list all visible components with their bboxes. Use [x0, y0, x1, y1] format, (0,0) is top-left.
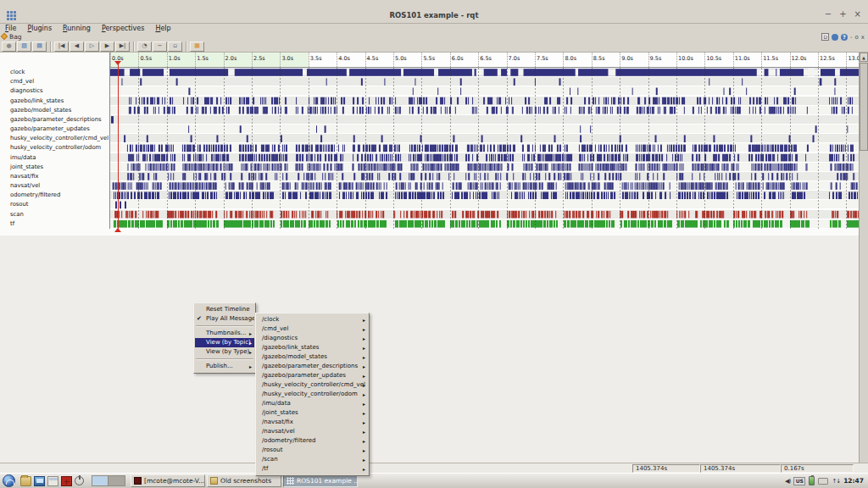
submenu-item-navsat-fix[interactable]: /navsat/fix▸ [257, 418, 368, 427]
zoom-in-button[interactable]: ◔ [137, 42, 152, 52]
dock-close-button[interactable]: x [861, 34, 865, 41]
settings-icon[interactable] [832, 34, 838, 41]
tick-mark [478, 53, 479, 67]
zoom-all-icon: ▫ [173, 43, 177, 49]
context-menu: Reset Timeline✔Play All MessagesThumbnai… [193, 302, 256, 374]
topic-label-cmd-vel: cmd_vel [0, 77, 109, 86]
context-menu-item-play-all-messages[interactable]: ✔Play All Messages [195, 314, 254, 324]
menu-item-label: Play All Messages [206, 315, 254, 322]
timeline-canvas[interactable] [110, 68, 859, 229]
save-bag-button[interactable]: ▤ [32, 42, 47, 52]
submenu-item-odometry-filtered[interactable]: /odometry/filtered▸ [257, 436, 368, 446]
show-desktop-icon[interactable] [47, 476, 58, 486]
save-bag-icon: ▤ [36, 43, 42, 49]
keyboard-layout-indicator[interactable]: US [793, 477, 805, 485]
screenshot-tool-icon[interactable] [61, 476, 72, 486]
tick-label: 11.0s [735, 55, 750, 62]
step-forward-button[interactable]: ▶ [100, 42, 114, 52]
tick-label: 10.5s [706, 55, 721, 62]
menu-item-label: /odometry/filtered [262, 437, 316, 444]
task-button-old-screenshots[interactable]: Old screenshots [207, 474, 281, 487]
menu-item-label: /navsat/vel [262, 428, 295, 435]
tick-label: 8.0s [565, 55, 576, 62]
submenu-arrow-icon: ▸ [363, 408, 365, 418]
tick-mark [309, 53, 309, 67]
play-icon: ▷ [90, 43, 94, 49]
menu-item-label: /gazebo/model_states [262, 353, 327, 360]
window-minimize-button[interactable]: − [825, 8, 832, 20]
topic-label-tf: tf [0, 219, 109, 229]
submenu-item-husky-velocity-controller-odom[interactable]: /husky_velocity_controller/odom▸ [257, 390, 368, 399]
desktop-pager[interactable] [92, 475, 125, 486]
open-bag-button[interactable]: ▨ [17, 42, 31, 52]
power-icon[interactable] [75, 476, 84, 485]
topic-label-gazebo-model-states: gazebo/model_states [0, 106, 109, 115]
context-menu-item-view-by-type[interactable]: View (by Type)▸ [195, 347, 254, 357]
submenu-arrow-icon: ▸ [363, 418, 365, 427]
menu-item-label: Publish... [206, 363, 233, 369]
submenu-item-gazebo-parameter-descriptions[interactable]: /gazebo/parameter_descriptions▸ [257, 362, 368, 371]
submenu-arrow-icon: ▸ [363, 352, 365, 362]
battery-icon[interactable] [809, 476, 815, 485]
skip-to-start-button[interactable]: |◀ [54, 42, 69, 52]
context-menu-item-publish[interactable]: Publish...▸ [195, 362, 254, 371]
step-back-button[interactable]: ◀ [70, 42, 84, 52]
skip-to-end-button[interactable]: ▶| [115, 42, 130, 52]
menu-item-file[interactable]: File [5, 24, 16, 33]
thumbnails-toggle-button[interactable]: ▦ [190, 42, 204, 52]
submenu-item-clock[interactable]: /clock▸ [257, 315, 368, 324]
vertical-scrollbar[interactable]: ▲ ▼ [859, 53, 868, 472]
pager-desktop-2[interactable] [108, 476, 125, 485]
play-button[interactable]: ▷ [85, 42, 99, 52]
file-manager-icon[interactable] [20, 476, 31, 486]
submenu-item-gazebo-link-states[interactable]: /gazebo/link_states▸ [257, 343, 368, 352]
menu-item-perspectives[interactable]: Perspectives [102, 24, 145, 33]
menu-item-label: View (by Topic) [206, 339, 251, 346]
tick-mark [167, 53, 168, 67]
scrollbar-thumb[interactable] [860, 63, 868, 151]
dock-float-button[interactable]: o [855, 34, 859, 41]
context-menu-item-thumbnails[interactable]: Thumbnails...▸ [195, 329, 254, 338]
submenu-item-joint-states[interactable]: /joint_states▸ [257, 408, 368, 418]
network-traffic-icon[interactable]: ↑↓ [832, 478, 840, 485]
context-menu-item-view-by-topic[interactable]: View (by Topic)▸ [195, 338, 254, 347]
volume-icon[interactable]: ◀) [785, 478, 790, 485]
task-button-ros101-example[interactable]: ROS101 example ... [283, 474, 358, 487]
submenu-item-imu-data[interactable]: /imu/data▸ [257, 399, 368, 408]
pager-desktop-1[interactable] [92, 476, 108, 485]
submenu-item-tf[interactable]: /tf▸ [257, 464, 368, 474]
submenu-item-cmd-vel[interactable]: /cmd_vel▸ [257, 324, 368, 334]
submenu-item-gazebo-model-states[interactable]: /gazebo/model_states▸ [257, 352, 368, 362]
tick-label: 3.5s [310, 55, 322, 62]
menu-item-help[interactable]: Help [155, 24, 170, 33]
submenu-item-navsat-vel[interactable]: /navsat/vel▸ [257, 427, 368, 436]
tick-mark [450, 53, 451, 67]
context-menu-item-reset-timeline[interactable]: Reset Timeline [195, 305, 254, 314]
submenu-item-diagnostics[interactable]: /diagnostics▸ [257, 334, 368, 343]
dock-minimize-button[interactable]: - [850, 34, 853, 41]
zoom-out-button[interactable]: − [153, 42, 167, 52]
window-maximize-button[interactable]: + [839, 8, 846, 20]
menu-item-plugins[interactable]: Plugins [27, 24, 52, 33]
tick-label: 9.0s [621, 55, 633, 62]
task-button-mcote-mcote-v[interactable]: [mcote@mcote-V... [131, 474, 205, 487]
tick-mark [138, 53, 139, 67]
window-close-button[interactable]: × [854, 8, 861, 20]
playhead-marker[interactable] [118, 63, 119, 230]
help-icon[interactable]: ? [841, 34, 848, 41]
scroll-up-icon[interactable]: ▲ [860, 53, 868, 62]
bag-timeline: clockcmd_veldiagnosticsgazebo/link_state… [0, 53, 859, 236]
toolbar-separator [133, 42, 135, 52]
submenu-item-husky-velocity-controller-cmd-vel[interactable]: /husky_velocity_controller/cmd_vel▸ [257, 380, 368, 390]
desktop-launcher-icon[interactable] [34, 476, 45, 486]
submenu-item-gazebo-parameter-updates[interactable]: /gazebo/parameter_updates▸ [257, 371, 368, 380]
clock[interactable]: 12:47 [843, 477, 864, 485]
menu-item-label: /navsat/fix [262, 419, 293, 425]
menu-item-running[interactable]: Running [63, 24, 91, 33]
submenu-item-rosout[interactable]: /rosout▸ [257, 446, 368, 455]
start-menu-icon[interactable] [3, 474, 15, 487]
submenu-item-scan[interactable]: /scan▸ [257, 455, 368, 464]
zoom-all-button[interactable]: ▫ [168, 42, 182, 52]
printer-icon[interactable] [818, 478, 828, 485]
record-button[interactable]: ● [2, 42, 16, 52]
